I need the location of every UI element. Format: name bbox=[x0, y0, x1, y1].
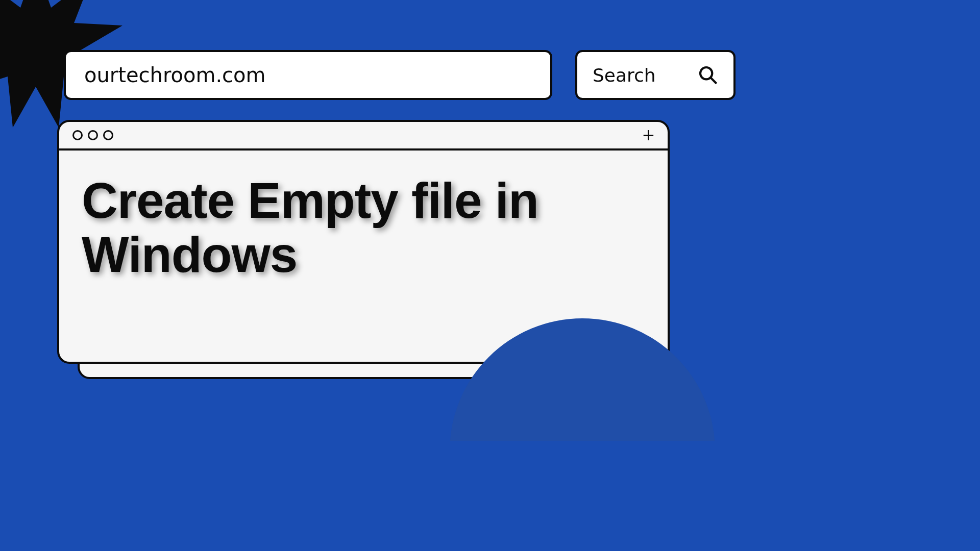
window-controls bbox=[72, 130, 113, 140]
svg-line-2 bbox=[711, 78, 717, 84]
search-icon bbox=[698, 65, 718, 85]
window-control-dot[interactable] bbox=[103, 130, 113, 140]
search-box[interactable]: Search bbox=[575, 50, 736, 100]
search-label: Search bbox=[593, 65, 656, 86]
window-titlebar: + bbox=[59, 122, 668, 151]
window-control-dot[interactable] bbox=[88, 130, 98, 140]
window-control-dot[interactable] bbox=[72, 130, 83, 140]
address-bar[interactable]: ourtechroom.com bbox=[64, 50, 552, 100]
address-bar-text: ourtechroom.com bbox=[84, 63, 266, 87]
svg-point-1 bbox=[700, 67, 712, 79]
page-headline: Create Empty file in Windows bbox=[82, 174, 645, 282]
plus-icon[interactable]: + bbox=[643, 125, 654, 145]
